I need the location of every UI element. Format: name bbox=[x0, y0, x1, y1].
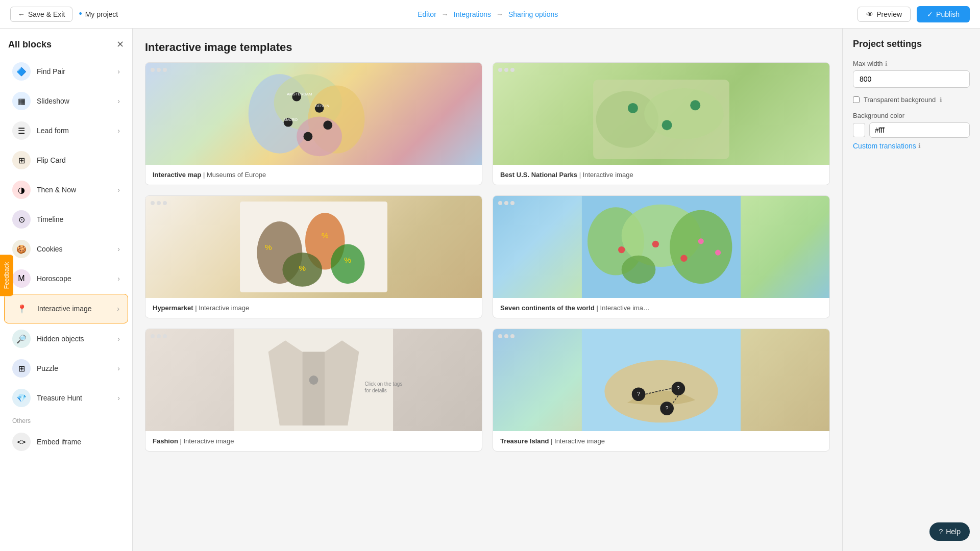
slideshow-icon: ▦ bbox=[12, 92, 31, 110]
horoscope-label: Horoscope bbox=[37, 274, 71, 283]
custom-translations-info-icon[interactable]: ℹ bbox=[918, 142, 921, 149]
back-icon: ← bbox=[18, 10, 25, 18]
feedback-tab[interactable]: Feedback bbox=[0, 255, 13, 296]
max-width-info-icon[interactable]: ℹ bbox=[885, 60, 888, 67]
hypermarket-image: % % % % bbox=[145, 196, 482, 298]
svg-point-31 bbox=[622, 256, 656, 284]
slideshow-label: Slideshow bbox=[37, 97, 69, 105]
max-width-input[interactable] bbox=[853, 70, 970, 88]
sidebar-item-timeline[interactable]: ⊙ Timeline bbox=[4, 205, 128, 234]
museums-europe-info: Interactive map | Museums of Europe bbox=[145, 165, 482, 185]
sidebar-item-hidden-objects[interactable]: 🔎 Hidden objects › bbox=[4, 324, 128, 353]
treasure-island-subtitle: Interactive image bbox=[554, 437, 605, 445]
editor-step[interactable]: Editor bbox=[418, 10, 436, 18]
sidebar-item-treasure-hunt[interactable]: 💎 Treasure Hunt › bbox=[4, 384, 128, 412]
svg-point-30 bbox=[670, 210, 732, 284]
transparent-bg-checkbox[interactable] bbox=[853, 96, 860, 103]
custom-translations-link[interactable]: Custom translations ℹ bbox=[853, 142, 970, 150]
sidebar-item-flip-card[interactable]: ⊞ Flip Card bbox=[4, 146, 128, 174]
seven-continents-subtitle: Interactive ima… bbox=[600, 304, 650, 312]
sidebar-item-slideshow[interactable]: ▦ Slideshow › bbox=[4, 87, 128, 115]
treasure-island-separator: | bbox=[551, 437, 554, 445]
svg-point-32 bbox=[618, 246, 625, 253]
publish-button[interactable]: ✓ Publish bbox=[917, 6, 970, 22]
arrow-1: → bbox=[442, 10, 449, 18]
svg-text:%: % bbox=[322, 231, 329, 240]
template-card-us-national-parks[interactable]: Best U.S. National Parks | Interactive i… bbox=[493, 62, 830, 185]
template-card-treasure-island[interactable]: ? ? ? Treasure Island | Interactive imag… bbox=[493, 329, 830, 452]
sidebar-title: All blocks bbox=[8, 39, 52, 50]
interactive-image-chevron: › bbox=[117, 305, 119, 313]
fashion-info: Fashion | Interactive image bbox=[145, 431, 482, 451]
hypermarket-name: Hypermarket bbox=[153, 304, 193, 312]
svg-text:%: % bbox=[265, 243, 272, 252]
bg-color-input[interactable] bbox=[869, 122, 970, 138]
template-card-hypermarket[interactable]: % % % % Hypermarket | Interactive image bbox=[145, 195, 482, 318]
template-card-seven-continents[interactable]: Seven continents of the world | Interact… bbox=[493, 195, 830, 318]
sidebar-item-puzzle[interactable]: ⊞ Puzzle › bbox=[4, 354, 128, 383]
horoscope-icon: M bbox=[12, 269, 31, 288]
close-sidebar-button[interactable]: ✕ bbox=[116, 39, 124, 50]
svg-text:MADRID: MADRID bbox=[284, 118, 298, 121]
seven-continents-separator: | bbox=[597, 304, 600, 312]
save-exit-button[interactable]: ← Save & Exit bbox=[10, 7, 72, 22]
then-now-chevron: › bbox=[117, 186, 120, 194]
interactive-image-label: Interactive image bbox=[37, 305, 92, 313]
sidebar-item-cookies[interactable]: 🍪 Cookies › bbox=[4, 235, 128, 263]
usa-map-svg bbox=[493, 63, 829, 165]
seven-continents-image bbox=[493, 196, 829, 298]
embed-iframe-icon: <> bbox=[12, 433, 31, 451]
svg-text:BERLIN: BERLIN bbox=[315, 104, 329, 108]
top-nav: ← Save & Exit • My project Editor → Inte… bbox=[0, 0, 980, 29]
seven-continents-dots bbox=[498, 201, 514, 205]
timeline-label: Timeline bbox=[37, 215, 63, 223]
seven-continents-info: Seven continents of the world | Interact… bbox=[493, 298, 829, 318]
svg-point-8 bbox=[323, 120, 332, 130]
right-panel: Project settings Max width ℹ Transparent… bbox=[842, 29, 980, 551]
find-pair-label: Find Pair bbox=[37, 67, 65, 76]
sidebar-item-embed-iframe[interactable]: <> Embed iframe bbox=[4, 428, 128, 456]
hypermarket-dots bbox=[151, 201, 167, 205]
us-national-parks-image bbox=[493, 63, 829, 165]
svg-text:AMSTERDAM: AMSTERDAM bbox=[287, 92, 312, 96]
integrations-step[interactable]: Integrations bbox=[454, 10, 491, 18]
template-card-fashion[interactable]: Click on the tags for details Fashion | … bbox=[145, 329, 482, 452]
transparent-bg-info-icon[interactable]: ℹ bbox=[940, 96, 942, 104]
sidebar-header: All blocks ✕ bbox=[0, 29, 132, 56]
preview-button[interactable]: 👁 Preview bbox=[857, 7, 911, 22]
unsaved-dot: • bbox=[79, 9, 82, 19]
template-card-museums-europe[interactable]: AMSTERDAM BERLIN MADRID Interactive map … bbox=[145, 62, 482, 185]
cookies-icon: 🍪 bbox=[12, 240, 31, 258]
sidebar-item-lead-form[interactable]: ☰ Lead form › bbox=[4, 116, 128, 145]
page-title: Interactive image templates bbox=[145, 41, 830, 54]
us-national-parks-subtitle: Interactive image bbox=[583, 171, 633, 179]
sharing-step[interactable]: Sharing options bbox=[508, 10, 558, 18]
sidebar-item-find-pair[interactable]: 🔷 Find Pair › bbox=[4, 57, 128, 86]
fashion-dots bbox=[151, 334, 167, 338]
puzzle-chevron: › bbox=[117, 364, 120, 372]
world-map-svg bbox=[493, 196, 829, 298]
fashion-name: Fashion bbox=[153, 437, 178, 445]
island-svg: ? ? ? bbox=[493, 329, 829, 431]
hidden-objects-label: Hidden objects bbox=[37, 335, 84, 343]
panel-title: Project settings bbox=[853, 39, 970, 49]
others-section-label: Others bbox=[0, 413, 132, 427]
transparent-bg-row: Transparent background ℹ bbox=[853, 96, 970, 104]
color-swatch[interactable] bbox=[853, 123, 865, 137]
help-button[interactable]: ? Help bbox=[929, 522, 970, 541]
us-national-parks-name: Best U.S. National Parks bbox=[500, 171, 577, 179]
horoscope-chevron: › bbox=[117, 274, 120, 283]
sidebar-item-interactive-image[interactable]: 📍 Interactive image › bbox=[4, 294, 128, 323]
hidden-objects-icon: 🔎 bbox=[12, 330, 31, 348]
svg-point-33 bbox=[652, 241, 659, 247]
arrow-2: → bbox=[496, 10, 503, 18]
bg-color-label: Background color bbox=[853, 112, 970, 119]
svg-point-15 bbox=[628, 103, 638, 113]
sidebar-item-then-now[interactable]: ◑ Then & Now › bbox=[4, 176, 128, 204]
cookies-chevron: › bbox=[117, 245, 120, 253]
treasure-hunt-chevron: › bbox=[117, 394, 120, 402]
svg-text:?: ? bbox=[677, 386, 680, 391]
sidebar-item-horoscope[interactable]: M Horoscope › bbox=[4, 264, 128, 293]
sidebar: All blocks ✕ 🔷 Find Pair › ▦ Slideshow ›… bbox=[0, 29, 133, 551]
svg-point-14 bbox=[644, 88, 724, 139]
